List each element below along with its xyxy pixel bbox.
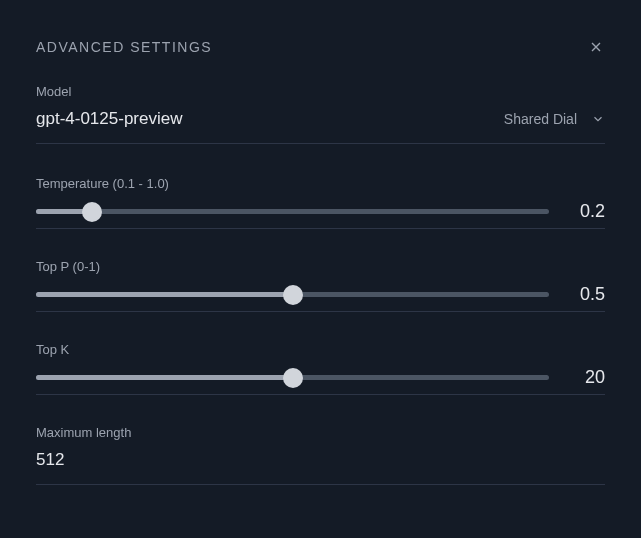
top-p-value: 0.5	[573, 284, 605, 305]
top-p-slider[interactable]	[36, 288, 549, 302]
temperature-slider[interactable]	[36, 205, 549, 219]
model-value: gpt-4-0125-preview	[36, 109, 182, 129]
model-label: Model	[36, 84, 605, 99]
slider-track-bg	[36, 209, 549, 214]
slider-thumb[interactable]	[283, 368, 303, 388]
model-selector[interactable]: gpt-4-0125-preview Shared Dial	[36, 109, 605, 144]
close-icon	[588, 39, 604, 55]
shared-label: Shared Dial	[504, 111, 577, 127]
chevron-down-icon	[591, 112, 605, 126]
slider-track-fill	[36, 375, 293, 380]
model-shared-toggle[interactable]: Shared Dial	[504, 111, 605, 127]
top-k-label: Top K	[36, 342, 605, 357]
top-p-label: Top P (0-1)	[36, 259, 605, 274]
slider-thumb[interactable]	[283, 285, 303, 305]
slider-thumb[interactable]	[82, 202, 102, 222]
top-k-slider[interactable]	[36, 371, 549, 385]
panel-title: ADVANCED SETTINGS	[36, 39, 212, 55]
temperature-label: Temperature (0.1 - 1.0)	[36, 176, 605, 191]
max-length-label: Maximum length	[36, 425, 605, 440]
close-button[interactable]	[587, 38, 605, 56]
temperature-value: 0.2	[573, 201, 605, 222]
max-length-value[interactable]: 512	[36, 450, 605, 470]
top-k-value: 20	[573, 367, 605, 388]
slider-track-fill	[36, 292, 293, 297]
